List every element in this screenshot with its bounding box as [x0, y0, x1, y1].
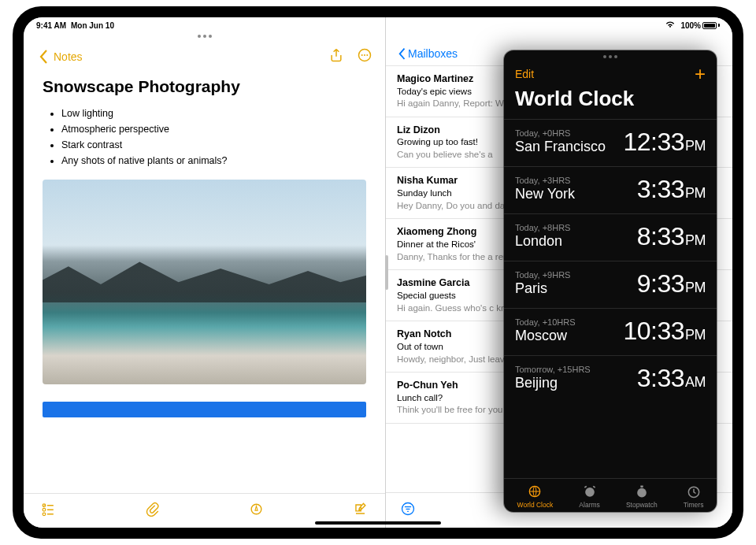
note-body[interactable]: Snowscape Photography Low lighting Atmos… [24, 71, 385, 493]
device-frame: 9:41 AM Mon Jun 10 100% Not [13, 6, 743, 539]
status-date: Mon Jun 10 [71, 21, 114, 30]
svg-rect-18 [640, 486, 643, 488]
clock-tab-bar: World Clock Alarms Stopwatch Timers [504, 478, 717, 512]
svg-point-6 [43, 508, 46, 511]
slideover-grip-icon[interactable] [603, 55, 617, 58]
checklist-icon[interactable] [41, 502, 56, 520]
battery-percent: 100% [680, 21, 701, 30]
clock-slideover-panel: Edit + World Clock Today, +0HRS San Fran… [504, 50, 717, 512]
note-bullet: Low lighting [61, 106, 366, 121]
svg-point-1 [361, 54, 363, 56]
clock-row[interactable]: Today, +9HRS Paris 9:33PM [504, 261, 717, 308]
more-icon[interactable] [357, 47, 372, 66]
tab-stopwatch[interactable]: Stopwatch [626, 484, 658, 509]
notes-app-pane: Notes Snowscape Photography Low lighting… [24, 17, 386, 528]
markup-icon[interactable] [249, 502, 264, 520]
attach-icon[interactable] [145, 502, 160, 520]
note-image-attachment[interactable] [43, 180, 366, 384]
tab-timers[interactable]: Timers [684, 484, 704, 509]
compose-icon[interactable] [353, 502, 368, 520]
clock-row[interactable]: Today, +8HRS London 8:33PM [504, 213, 717, 261]
svg-point-2 [364, 54, 365, 56]
filter-icon[interactable] [400, 506, 416, 519]
home-indicator[interactable] [315, 521, 441, 525]
notes-back-label: Notes [54, 50, 83, 63]
svg-point-3 [366, 54, 368, 56]
note-second-image[interactable] [43, 402, 366, 417]
battery-indicator: 100% [680, 21, 720, 30]
wifi-icon [665, 20, 676, 30]
note-bullet: Atmospheric perspective [61, 121, 366, 137]
notes-back-button[interactable]: Notes [36, 49, 83, 65]
clock-row[interactable]: Today, +3HRS New York 3:33PM [504, 166, 717, 213]
clock-row[interactable]: Tomorrow, +15HRS Beijing 3:33AM [504, 355, 717, 402]
svg-point-17 [637, 488, 647, 498]
status-bar: 9:41 AM Mon Jun 10 100% [24, 17, 732, 33]
svg-point-16 [585, 488, 595, 497]
screen: 9:41 AM Mon Jun 10 100% Not [24, 17, 732, 528]
clock-row[interactable]: Today, +0HRS San Francisco 12:33PM [504, 119, 717, 166]
multitask-control-icon[interactable] [198, 35, 212, 38]
tab-world-clock[interactable]: World Clock [517, 484, 554, 509]
note-bullet: Any shots of native plants or animals? [61, 153, 366, 169]
clock-add-button[interactable]: + [695, 69, 706, 79]
share-icon[interactable] [328, 47, 344, 66]
clock-title: World Clock [504, 83, 717, 119]
svg-point-8 [43, 513, 46, 516]
clock-row[interactable]: Today, +10HRS Moscow 10:33PM [504, 308, 717, 355]
mail-back-label: Mailboxes [408, 47, 458, 60]
note-bullet-list: Low lighting Atmospheric perspective Sta… [43, 106, 366, 169]
tab-alarms[interactable]: Alarms [579, 484, 599, 509]
clock-edit-button[interactable]: Edit [515, 68, 534, 80]
split-view-handle[interactable] [385, 255, 388, 290]
note-title: Snowscape Photography [43, 77, 366, 96]
note-bullet: Stark contrast [61, 137, 366, 153]
status-time: 9:41 AM [36, 21, 66, 30]
world-clock-list[interactable]: Today, +0HRS San Francisco 12:33PM Today… [504, 119, 717, 478]
